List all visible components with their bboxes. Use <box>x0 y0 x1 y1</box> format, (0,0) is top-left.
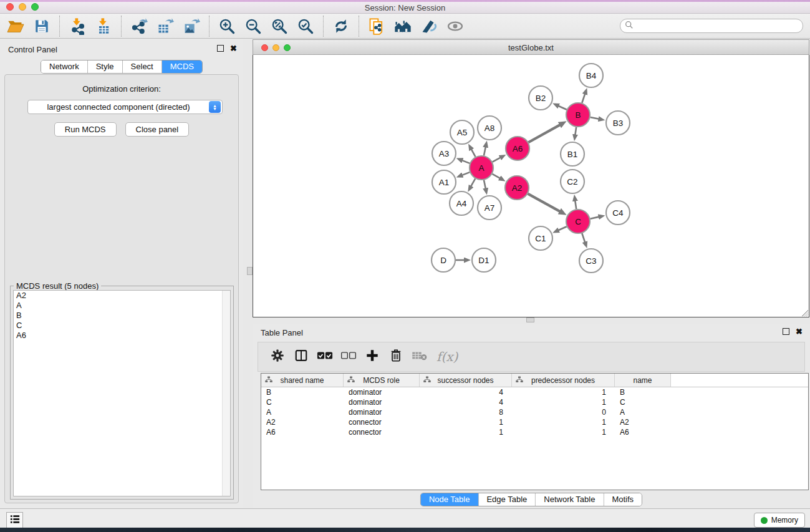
graph-edge[interactable] <box>528 194 561 211</box>
graph-edge[interactable] <box>484 180 486 189</box>
memory-label: Memory <box>771 516 798 525</box>
graph-edge[interactable] <box>471 149 476 157</box>
graph-edge[interactable] <box>582 233 585 243</box>
zoom-in-icon <box>218 17 236 35</box>
show-hide-graphics-button[interactable] <box>416 15 442 37</box>
refresh-view-button[interactable] <box>328 15 354 37</box>
network-window-title: testGlobe.txt <box>253 43 809 52</box>
column-header-name[interactable]: name <box>615 374 671 387</box>
column-header-predecessor-nodes[interactable]: predecessor nodes <box>512 374 615 387</box>
table-cell: 0 <box>512 408 615 417</box>
graph-node-label: A6 <box>513 144 523 153</box>
node-table-body: Bdominator41BCdominator41CAdominator80AA… <box>261 387 808 437</box>
graph-edge[interactable] <box>582 94 585 103</box>
table-row[interactable]: Bdominator41B <box>261 387 808 397</box>
graph-edge[interactable] <box>558 106 566 110</box>
mcds-result-list[interactable]: A2ABCA6 <box>13 290 231 496</box>
table-cell: 1 <box>420 418 512 427</box>
zoom-in-button[interactable] <box>214 15 240 37</box>
show-columns-button[interactable] <box>291 346 312 367</box>
list-icon <box>10 515 20 526</box>
vertical-splitter-grip[interactable] <box>247 267 253 275</box>
column-header-successor-nodes[interactable]: successor nodes <box>420 374 512 387</box>
graph-edge[interactable] <box>558 226 566 230</box>
save-session-button[interactable] <box>29 15 55 37</box>
graph-edge[interactable] <box>591 217 599 219</box>
horizontal-splitter-grip[interactable] <box>526 317 534 322</box>
graph-edge[interactable] <box>492 174 500 178</box>
import-table-button[interactable] <box>90 15 117 37</box>
function-builder-button[interactable]: f(x) <box>436 349 458 364</box>
run-mcds-button[interactable]: Run MCDS <box>54 122 117 137</box>
column-header-shared-name[interactable]: shared name <box>261 374 344 387</box>
tab-node-table[interactable]: Node Table <box>421 493 479 506</box>
table-cell: A6 <box>261 428 344 437</box>
zoom-selected-button[interactable] <box>292 15 319 37</box>
float-table-panel-icon[interactable] <box>783 328 789 335</box>
table-row[interactable]: Cdominator41C <box>261 397 808 407</box>
zoom-out-button[interactable] <box>240 15 266 37</box>
table-panel-header: Table Panel ✖ <box>253 324 810 341</box>
task-history-button[interactable] <box>6 512 23 528</box>
table-row[interactable]: Adominator80A <box>261 407 808 417</box>
create-column-button[interactable] <box>362 346 383 367</box>
list-item[interactable]: A <box>14 301 230 311</box>
network-window-titlebar[interactable]: testGlobe.txt <box>253 39 809 55</box>
table-cell: 1 <box>512 398 615 407</box>
window-titlebar: Session: New Session <box>0 0 810 14</box>
float-panel-icon[interactable] <box>217 45 224 52</box>
show-hide-annotations-button[interactable] <box>442 15 468 37</box>
graph-edge[interactable] <box>462 160 470 163</box>
tab-network-table[interactable]: Network Table <box>536 493 604 506</box>
graph-edge[interactable] <box>484 147 486 155</box>
open-session-button[interactable] <box>2 15 29 37</box>
graph-edge[interactable] <box>575 127 576 135</box>
network-documents-button[interactable] <box>364 15 390 37</box>
list-item[interactable]: C <box>14 321 230 331</box>
column-header-mcds-role[interactable]: MCDS role <box>344 374 420 387</box>
columns-icon <box>294 349 308 365</box>
export-network-button[interactable] <box>126 15 152 37</box>
close-table-panel-icon[interactable]: ✖ <box>796 328 803 335</box>
delete-columns-button[interactable] <box>385 346 407 367</box>
deselect-all-button[interactable] <box>338 346 359 367</box>
graph-node-label: A8 <box>485 123 495 133</box>
list-item[interactable]: B <box>14 311 230 321</box>
table-row[interactable]: A6connector11A6 <box>261 427 808 437</box>
tab-network[interactable]: Network <box>41 60 88 73</box>
memory-button[interactable]: Memory <box>754 513 805 528</box>
list-item[interactable]: A6 <box>14 331 230 341</box>
scrollbar-track[interactable] <box>222 291 230 496</box>
table-cell: connector <box>344 418 420 427</box>
graph-edge[interactable] <box>591 117 599 119</box>
table-mode-button[interactable] <box>267 346 288 367</box>
graph-edge[interactable] <box>471 178 475 186</box>
optimization-criterion-label: Optimization criterion: <box>5 84 238 94</box>
import-network-button[interactable] <box>64 15 90 37</box>
list-item[interactable]: A2 <box>14 291 230 301</box>
tab-mcds[interactable]: MCDS <box>162 60 202 73</box>
tab-select[interactable]: Select <box>123 60 162 73</box>
tab-edge-table[interactable]: Edge Table <box>478 493 536 506</box>
export-network-icon <box>130 17 148 35</box>
criterion-dropdown[interactable]: largest connected component (directed) ▲… <box>27 100 223 114</box>
export-image-button[interactable] <box>178 15 205 37</box>
export-table-button[interactable] <box>152 15 178 37</box>
close-panel-icon[interactable]: ✖ <box>230 45 237 52</box>
search-field[interactable] <box>620 19 803 33</box>
tab-style[interactable]: Style <box>88 60 123 73</box>
graph-edge[interactable] <box>462 172 470 175</box>
graph-edge[interactable] <box>528 125 560 142</box>
zoom-fit-button[interactable] <box>266 15 292 37</box>
graph-edge[interactable] <box>493 158 501 162</box>
close-panel-button[interactable]: Close panel <box>125 122 190 137</box>
select-all-button[interactable] <box>314 346 335 367</box>
window-resize-handle[interactable] <box>801 309 808 316</box>
graph-edge[interactable] <box>575 201 576 209</box>
table-row[interactable]: A2connector11A2 <box>261 417 808 427</box>
tab-motifs[interactable]: Motifs <box>604 493 642 506</box>
home-button[interactable] <box>390 15 416 37</box>
search-input[interactable] <box>637 21 803 32</box>
network-canvas[interactable]: AA1A2A3A4A5A6A7A8BB1B2B3B4CC1C2C3C4DD1 <box>253 55 809 317</box>
delete-table-button[interactable] <box>409 346 430 367</box>
